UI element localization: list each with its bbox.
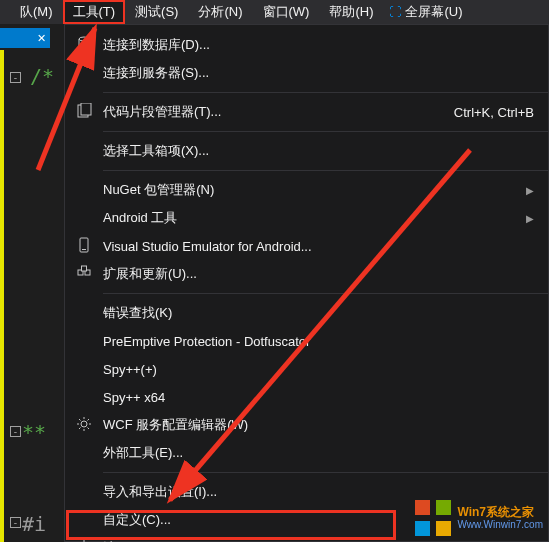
menu-item-window[interactable]: 窗口(W): [253, 0, 320, 24]
submenu-arrow-icon: ▶: [526, 185, 534, 196]
gear-icon: [76, 416, 92, 435]
extensions-icon: [76, 265, 92, 284]
windows-logo-icon: [415, 500, 451, 536]
menu-label: 导入和导出设置(I)...: [103, 483, 534, 501]
gear-icon: [76, 539, 92, 543]
menu-nuget[interactable]: NuGet 包管理器(N) ▶: [65, 176, 548, 204]
menu-code-snippet-manager[interactable]: 代码片段管理器(T)... Ctrl+K, Ctrl+B: [65, 98, 548, 126]
menu-label: Visual Studio Emulator for Android...: [103, 239, 534, 254]
menu-separator: [103, 92, 548, 93]
menu-separator: [103, 472, 548, 473]
menu-choose-toolbox-items[interactable]: 选择工具箱项(X)...: [65, 137, 548, 165]
code-preproc: #i: [22, 512, 46, 536]
menu-connect-database[interactable]: 连接到数据库(D)...: [65, 31, 548, 59]
code-comment: /*: [30, 64, 54, 88]
menu-label: 选择工具箱项(X)...: [103, 142, 534, 160]
watermark-url: Www.Winwin7.com: [457, 519, 543, 531]
menu-label: WCF 服务配置编辑器(W): [103, 416, 534, 434]
menu-item-analyze[interactable]: 分析(N): [188, 0, 252, 24]
fold-toggle[interactable]: -: [10, 426, 21, 437]
fullscreen-icon: ⛶: [389, 5, 401, 19]
menu-wcf-config-editor[interactable]: WCF 服务配置编辑器(W): [65, 411, 548, 439]
menu-spy-plus-x64[interactable]: Spy++ x64: [65, 383, 548, 411]
menu-shortcut: Ctrl+K, Ctrl+B: [454, 105, 534, 120]
editor-gutter: - /* - ** - #i: [0, 50, 62, 542]
svg-point-0: [79, 37, 89, 41]
svg-rect-7: [82, 266, 87, 271]
menu-label: 错误查找(K): [103, 304, 534, 322]
menu-separator: [103, 170, 548, 171]
submenu-arrow-icon: ▶: [526, 213, 534, 224]
menu-label: Spy++ x64: [103, 390, 534, 405]
menu-label: Android 工具: [103, 209, 518, 227]
menu-label: 代码片段管理器(T)...: [103, 103, 454, 121]
menu-item-tools[interactable]: 工具(T): [63, 0, 126, 24]
svg-rect-4: [82, 249, 86, 250]
menu-label: Spy++(+): [103, 362, 534, 377]
watermark-title: Win7系统之家: [457, 505, 543, 519]
watermark: Win7系统之家 Www.Winwin7.com: [415, 500, 543, 536]
menu-label: 连接到数据库(D)...: [103, 36, 534, 54]
menu-label: 外部工具(E)...: [103, 444, 534, 462]
menu-item-test[interactable]: 测试(S): [125, 0, 188, 24]
menu-error-lookup[interactable]: 错误查找(K): [65, 299, 548, 327]
menu-item-help[interactable]: 帮助(H): [319, 0, 383, 24]
menu-separator: [103, 131, 548, 132]
menu-vs-emulator-android[interactable]: Visual Studio Emulator for Android...: [65, 232, 548, 260]
fold-toggle[interactable]: -: [10, 72, 21, 83]
fullscreen-button[interactable]: ⛶ 全屏幕(U): [389, 3, 462, 21]
close-icon[interactable]: ✕: [37, 32, 46, 45]
menu-spy-plus[interactable]: Spy++(+): [65, 355, 548, 383]
snippet-icon: [76, 103, 92, 122]
svg-rect-2: [81, 103, 91, 115]
tools-menu-dropdown: 连接到数据库(D)... 连接到服务器(S)... 代码片段管理器(T)... …: [64, 24, 549, 542]
change-marker: [0, 50, 4, 542]
menu-connect-server[interactable]: 连接到服务器(S)...: [65, 59, 548, 87]
menu-dotfuscator[interactable]: PreEmptive Protection - Dotfuscator: [65, 327, 548, 355]
menu-android-tools[interactable]: Android 工具 ▶: [65, 204, 548, 232]
fold-toggle[interactable]: -: [10, 517, 21, 528]
menu-label: 扩展和更新(U)...: [103, 265, 534, 283]
svg-point-8: [81, 421, 87, 427]
menu-bar: 队(M) 工具(T) 测试(S) 分析(N) 窗口(W) 帮助(H) ⛶ 全屏幕…: [0, 0, 549, 24]
phone-icon: [76, 237, 92, 256]
menu-label: 连接到服务器(S)...: [103, 64, 534, 82]
menu-label: NuGet 包管理器(N): [103, 181, 518, 199]
toolwindow-tab[interactable]: ✕: [0, 28, 50, 48]
menu-external-tools[interactable]: 外部工具(E)...: [65, 439, 548, 467]
menu-item-team[interactable]: 队(M): [10, 0, 63, 24]
menu-separator: [103, 293, 548, 294]
code-comment: **: [22, 420, 46, 444]
db-plug-icon: [76, 36, 92, 55]
menu-label: PreEmptive Protection - Dotfuscator: [103, 334, 534, 349]
menu-extensions-updates[interactable]: 扩展和更新(U)...: [65, 260, 548, 288]
